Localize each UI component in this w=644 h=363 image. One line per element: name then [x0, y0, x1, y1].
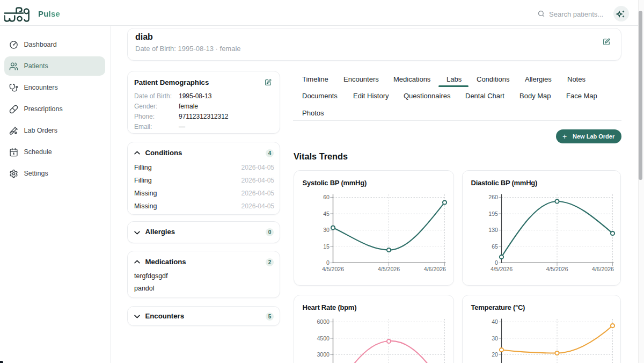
svg-text:4/5/2026: 4/5/2026: [378, 266, 400, 272]
svg-text:3000: 3000: [317, 351, 330, 358]
svg-text:30: 30: [492, 335, 498, 342]
svg-text:0: 0: [495, 259, 498, 266]
svg-text:65: 65: [492, 243, 498, 250]
svg-text:Systolic BP (mmHg): Systolic BP (mmHg): [303, 179, 367, 187]
svg-text:4/6/2026: 4/6/2026: [424, 266, 446, 272]
svg-text:40: 40: [492, 318, 498, 325]
svg-text:15: 15: [323, 243, 330, 250]
svg-text:Heart Rate (bpm): Heart Rate (bpm): [303, 303, 357, 311]
svg-text:30: 30: [323, 227, 330, 233]
svg-text:4/5/2026: 4/5/2026: [322, 266, 344, 272]
svg-text:130: 130: [488, 227, 498, 233]
svg-text:260: 260: [488, 194, 498, 200]
svg-text:45: 45: [323, 210, 330, 217]
svg-text:60: 60: [323, 194, 330, 200]
svg-text:0: 0: [326, 259, 330, 266]
svg-text:Diastolic BP (mmHg): Diastolic BP (mmHg): [471, 179, 538, 187]
svg-text:6000: 6000: [317, 318, 330, 325]
svg-text:20: 20: [492, 351, 498, 358]
svg-text:Temperature (°C): Temperature (°C): [471, 303, 525, 311]
svg-text:4/5/2026: 4/5/2026: [491, 266, 513, 272]
svg-text:195: 195: [488, 210, 498, 217]
svg-text:4/6/2026: 4/6/2026: [592, 266, 614, 272]
svg-text:4/5/2026: 4/5/2026: [546, 266, 568, 272]
svg-text:4500: 4500: [317, 335, 330, 342]
